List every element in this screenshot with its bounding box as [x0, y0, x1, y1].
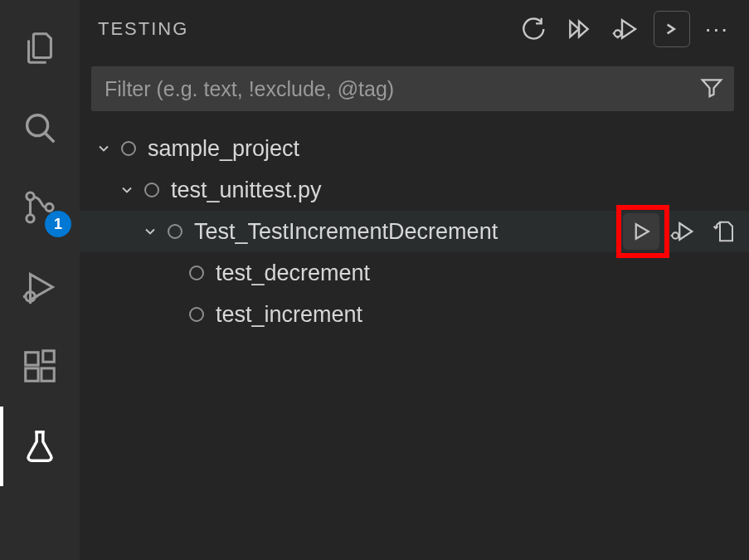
svg-marker-16	[622, 20, 635, 37]
go-to-test-button[interactable]	[706, 213, 742, 250]
run-all-icon	[566, 16, 592, 42]
tree-node-class[interactable]: Test_TestIncrementDecrement	[80, 211, 749, 252]
testing-panel: TESTING ···	[80, 0, 749, 560]
explorer-tab[interactable]	[0, 8, 80, 88]
tree-node-test[interactable]: test_increment	[80, 294, 749, 335]
svg-point-17	[614, 30, 620, 37]
node-label: Test_TestIncrementDecrement	[194, 219, 498, 245]
run-test-button[interactable]	[623, 213, 659, 250]
tree-node-project[interactable]: sample_project	[80, 128, 749, 169]
status-unset-icon	[168, 224, 182, 239]
run-and-debug-tab[interactable]	[0, 247, 80, 327]
status-unset-icon	[189, 307, 204, 322]
node-label: test_unittest.py	[171, 178, 322, 203]
filter-funnel-button[interactable]	[699, 75, 724, 103]
files-icon	[21, 29, 59, 67]
debug-test-button[interactable]	[664, 213, 701, 250]
extensions-tab[interactable]	[0, 327, 80, 407]
search-tab[interactable]	[0, 88, 80, 168]
status-unset-icon	[189, 265, 204, 280]
source-control-tab[interactable]: 1	[0, 168, 80, 247]
node-label: sample_project	[148, 136, 299, 162]
debug-run-icon	[612, 16, 639, 42]
svg-point-23	[673, 232, 679, 239]
search-icon	[21, 109, 59, 147]
terminal-chevron-icon	[659, 16, 685, 42]
chevron-down-icon	[116, 179, 138, 201]
svg-rect-12	[41, 368, 54, 381]
beaker-icon	[21, 427, 59, 465]
go-to-file-icon	[712, 219, 737, 244]
svg-marker-21	[636, 224, 649, 239]
svg-point-3	[27, 215, 34, 222]
more-actions-button[interactable]: ···	[700, 16, 734, 42]
filter-input[interactable]	[105, 77, 688, 101]
refresh-icon	[519, 16, 546, 42]
panel-title: TESTING	[98, 18, 514, 40]
activity-bar: 1	[0, 0, 80, 560]
tree-node-file[interactable]: test_unittest.py	[80, 169, 749, 211]
node-label: test_decrement	[216, 261, 370, 286]
tree-node-test[interactable]: test_decrement	[80, 252, 749, 294]
svg-rect-11	[26, 368, 38, 381]
test-tree: sample_project test_unittest.py Test_Tes…	[80, 119, 749, 335]
svg-rect-13	[43, 351, 54, 362]
panel-header-actions: ···	[514, 11, 734, 47]
refresh-tests-button[interactable]	[514, 11, 551, 47]
svg-point-2	[27, 192, 34, 200]
chevron-down-icon	[93, 138, 114, 159]
svg-line-1	[46, 134, 55, 143]
chevron-down-icon	[139, 221, 161, 242]
node-label: test_increment	[216, 302, 362, 328]
svg-marker-22	[679, 223, 692, 240]
filter-row	[80, 58, 749, 119]
show-output-button[interactable]	[654, 11, 690, 47]
filter-box[interactable]	[91, 66, 734, 111]
svg-marker-5	[31, 275, 53, 300]
svg-marker-14	[570, 22, 579, 37]
debug-run-icon	[670, 219, 695, 244]
run-all-tests-button[interactable]	[561, 11, 597, 47]
play-icon	[629, 219, 654, 244]
funnel-icon	[699, 75, 724, 100]
status-unset-icon	[144, 183, 159, 197]
extensions-icon	[21, 348, 59, 386]
panel-header: TESTING ···	[80, 0, 749, 58]
row-actions	[623, 213, 742, 250]
run-debug-icon	[21, 268, 59, 306]
svg-rect-10	[26, 353, 38, 365]
status-unset-icon	[121, 141, 136, 156]
svg-point-0	[27, 115, 48, 136]
scm-badge: 1	[45, 211, 71, 237]
debug-all-tests-button[interactable]	[607, 11, 644, 47]
svg-point-4	[46, 203, 53, 211]
testing-tab[interactable]	[0, 407, 80, 486]
